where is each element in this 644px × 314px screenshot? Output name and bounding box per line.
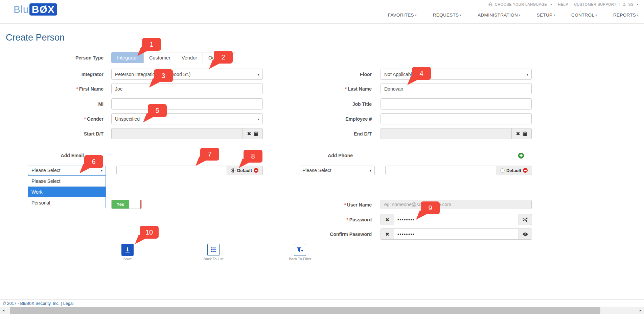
chevron-down-icon: ▾ (527, 72, 528, 76)
email-type-dropdown: Please Select Work Personal (28, 175, 106, 208)
main-nav: FAVORITES▾ REQUESTS▾ ADMINISTRATION▾ SET… (388, 13, 639, 18)
nav-administration[interactable]: ADMINISTRATION▾ (478, 13, 521, 18)
calendar-icon[interactable] (523, 131, 527, 136)
confirm-password-group: ✖ •••••••• (381, 228, 532, 240)
add-email-label: Add Email (16, 153, 84, 158)
nav-control[interactable]: CONTROL▾ (571, 13, 597, 18)
password-clear-button[interactable]: ✖ (381, 214, 394, 225)
first-name-input[interactable] (111, 83, 263, 94)
user-name-input[interactable] (381, 200, 532, 209)
horizontal-scrollbar[interactable]: ◂ ▸ (0, 307, 644, 314)
remove-email-icon[interactable] (254, 168, 258, 173)
nav-requests[interactable]: REQUESTS▾ (433, 13, 462, 18)
customer-support-link[interactable]: CUSTOMER SUPPORT (574, 2, 616, 6)
floor-label: Floor (304, 72, 372, 77)
separator: | (571, 2, 572, 6)
callout-marker-10: 10 (140, 226, 159, 239)
password-input[interactable]: •••••••• (394, 214, 519, 225)
last-name-input[interactable] (381, 83, 532, 94)
confirm-password-show-button[interactable] (519, 228, 532, 240)
back-to-filter-button[interactable] (294, 244, 306, 256)
email-default-label: Default (237, 168, 252, 173)
back-to-filter-label: Back To Filter (281, 257, 319, 261)
clear-icon: ✖ (385, 217, 389, 222)
add-phone-plus-icon[interactable] (518, 153, 524, 159)
blubox-logo[interactable]: Blu BØX (14, 3, 57, 16)
start-dt-addon: ✖ (243, 128, 263, 139)
nav-favorites[interactable]: FAVORITES▾ (388, 13, 416, 18)
phone-default-label: Default (506, 168, 521, 173)
callout-marker-9: 9 (421, 201, 440, 214)
clear-icon[interactable]: ✖ (516, 131, 520, 137)
phone-input[interactable] (385, 166, 496, 175)
start-dt-label: Start D/T (36, 131, 104, 137)
start-dt-input[interactable] (111, 128, 243, 139)
dropdown-option-please-select[interactable]: Please Select (28, 176, 106, 187)
header: Blu BØX CHOOSE YOUR LANGUAGE ▾ | HELP | … (0, 0, 644, 24)
user-menu[interactable]: SS (628, 2, 634, 6)
employee-number-label: Employee # (304, 116, 372, 122)
integrator-select[interactable]: Peterson Integrations (Norwood St.) ▾ (111, 69, 263, 80)
phone-type-select[interactable]: Please Select ▾ (299, 166, 375, 175)
chevron-down-icon: ▾ (258, 72, 259, 76)
nav-setup[interactable]: SETUP▾ (537, 13, 555, 18)
scroll-right-arrow-icon[interactable]: ▸ (637, 307, 644, 314)
nav-reports[interactable]: REPORTS▾ (613, 13, 639, 18)
callout-marker-2: 2 (214, 51, 233, 64)
shuffle-icon (523, 217, 528, 222)
scrollbar-thumb[interactable] (10, 307, 600, 314)
person-type-customer[interactable]: Customer (143, 52, 176, 63)
save-label: Save (114, 257, 141, 261)
help-link[interactable]: HELP (558, 2, 568, 6)
email-default-addon: Default (227, 166, 263, 175)
password-generate-button[interactable] (519, 214, 532, 225)
callout-marker-8: 8 (244, 150, 262, 163)
end-dt-input[interactable] (381, 128, 511, 139)
gender-select[interactable]: Unspecified ▾ (111, 113, 263, 124)
person-type-vendor[interactable]: Vendor (176, 52, 203, 63)
confirm-password-clear-button[interactable]: ✖ (381, 228, 394, 240)
toggle-knob (129, 200, 140, 209)
globe-icon (488, 2, 492, 6)
section-divider (37, 193, 608, 193)
end-dt-addon: ✖ (511, 128, 532, 139)
remove-phone-icon[interactable] (523, 168, 528, 173)
dropdown-option-work[interactable]: Work (28, 187, 106, 197)
page-title: Create Person (6, 32, 65, 43)
floor-select[interactable]: Not Applicable ▾ (381, 69, 532, 80)
list-icon (210, 247, 216, 252)
footer: © 2017 - BluB0X Security, Inc. | Legal (0, 299, 644, 307)
back-to-list-label: Back To List (197, 257, 230, 261)
chevron-down-icon: ▾ (637, 3, 639, 6)
scroll-left-arrow-icon[interactable]: ◂ (0, 307, 7, 314)
back-to-list-button[interactable] (207, 244, 220, 256)
toggle-off-strip (140, 200, 141, 209)
filter-back-icon (297, 247, 303, 252)
add-phone-label: Add Phone (285, 153, 353, 158)
save-button[interactable] (121, 244, 134, 256)
employee-number-input[interactable] (381, 113, 532, 124)
confirm-password-input[interactable]: •••••••• (394, 228, 519, 240)
chevron-down-icon: ▾ (519, 14, 521, 17)
chevron-down-icon: ▾ (637, 14, 639, 17)
callout-marker-1: 1 (142, 38, 161, 51)
user-name-label: *User Name (304, 202, 372, 208)
calendar-icon[interactable] (254, 131, 258, 136)
email-default-radio[interactable] (231, 168, 235, 173)
login-toggle[interactable]: Yes (111, 200, 142, 209)
choose-language-link[interactable]: CHOOSE YOUR LANGUAGE (495, 2, 547, 6)
phone-default-radio[interactable] (500, 168, 505, 173)
job-title-input[interactable] (381, 98, 532, 110)
mi-input[interactable] (111, 98, 263, 110)
email-input[interactable] (116, 166, 227, 175)
password-group: ✖ •••••••• (381, 214, 532, 225)
clear-icon[interactable]: ✖ (247, 131, 251, 137)
callout-marker-7: 7 (200, 148, 219, 161)
integrator-label: Integrator (36, 72, 104, 77)
utility-bar: CHOOSE YOUR LANGUAGE ▾ | HELP | CUSTOMER… (488, 2, 639, 6)
dropdown-option-personal[interactable]: Personal (28, 197, 106, 208)
chevron-down-icon: ▾ (595, 14, 597, 17)
end-dt-group: ✖ (381, 128, 532, 139)
legal-link[interactable]: Legal (63, 301, 74, 306)
callout-marker-5: 5 (148, 104, 167, 117)
